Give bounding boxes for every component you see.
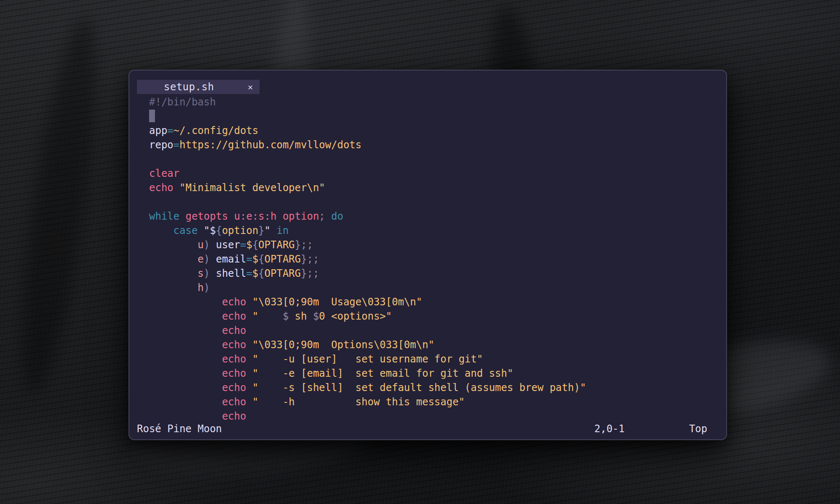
code-line: while getopts u:e:s:h option; do: [149, 209, 726, 223]
code-line: echo " -e [email] set email for git and …: [149, 366, 726, 381]
tab-bar: setup.sh ✕: [129, 71, 726, 94]
code-line: echo: [149, 323, 726, 338]
paint-streak: [8, 15, 110, 396]
tab-setup-sh[interactable]: setup.sh ✕: [137, 80, 260, 94]
code-line: echo " -s [shell] set default shell (ass…: [149, 381, 726, 395]
code-line: clear: [149, 166, 726, 181]
tab-title: setup.sh: [164, 80, 214, 94]
theme-name-label: Rosé Pine Moon: [137, 422, 222, 436]
code-line: echo " $ sh $0 <options>": [149, 309, 726, 323]
cursor-position-label: 2,0-1: [594, 422, 625, 436]
code-line: [149, 152, 726, 166]
code-line: echo: [149, 409, 726, 422]
text-cursor: [149, 110, 155, 122]
editor-window: setup.sh ✕ #!/bin/bashapp=~/.config/dots…: [129, 70, 727, 440]
code-line: echo " -h show this message": [149, 395, 726, 409]
code-line: #!/bin/bash: [149, 95, 726, 109]
code-line: echo "\033[0;90m Usage\033[0m\n": [149, 295, 726, 309]
scroll-position-label: Top: [689, 422, 707, 436]
close-icon[interactable]: ✕: [248, 80, 253, 94]
code-line: case "${option}" in: [149, 223, 726, 238]
code-line: echo "Minimalist developer\n": [149, 181, 726, 195]
code-line: app=~/.config/dots: [149, 123, 726, 138]
code-line: h): [149, 281, 726, 295]
code-line: e) email=${OPTARG};;: [149, 252, 726, 266]
code-line: [149, 109, 726, 123]
code-line: u) user=${OPTARG};;: [149, 238, 726, 252]
status-bar: Rosé Pine Moon 2,0-1 Top: [129, 422, 726, 436]
code-line: [149, 195, 726, 209]
code-line: echo " -u [user] set username for git": [149, 352, 726, 366]
code-line: s) shell=${OPTARG};;: [149, 266, 726, 281]
code-line: repo=https://github.com/mvllow/dots: [149, 138, 726, 152]
code-line: echo "\033[0;90m Options\033[0m\n": [149, 338, 726, 352]
code-area[interactable]: #!/bin/bashapp=~/.config/dotsrepo=https:…: [129, 94, 726, 422]
